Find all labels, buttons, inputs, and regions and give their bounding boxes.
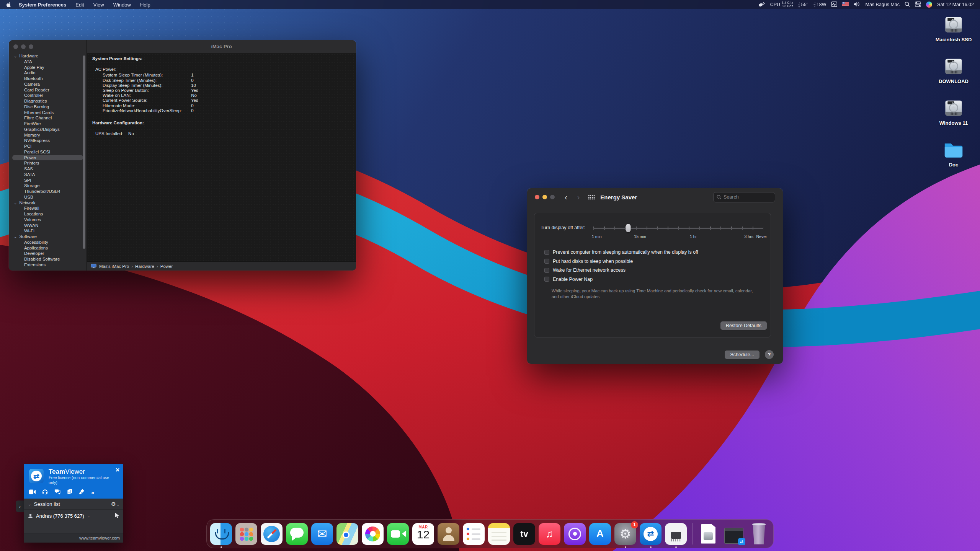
sidebar-category[interactable]: Firewall [9,205,87,211]
sidebar-category[interactable]: Thunderbolt/USB4 [9,189,87,194]
sidebar-category[interactable]: Disabled Software [9,256,87,262]
app-icon[interactable] [692,523,693,544]
checkbox[interactable] [544,259,549,264]
close-button[interactable] [535,195,539,199]
session-user-row[interactable]: Andres (776 375 627) ⌄ [24,510,123,522]
dock-messages[interactable] [286,523,308,545]
chat-icon[interactable] [54,489,60,496]
sidebar-category[interactable]: Ethernet Cards [9,110,87,116]
checkbox[interactable] [544,250,549,255]
sidebar-category[interactable]: Bluetooth [9,76,87,82]
breadcrumb-part[interactable]: Mas's iMac Pro [99,264,129,269]
sidebar-category[interactable]: Hardware [9,53,87,59]
video-call-icon[interactable] [29,489,36,496]
desktop-icon[interactable]: Macintosh SSD [931,15,976,42]
siri-icon[interactable] [926,2,932,8]
session-list-row[interactable]: ⌄ Session list ⚙⌄ [24,499,123,510]
sidebar-category[interactable]: Software [9,234,87,240]
app-icon[interactable] [488,523,510,545]
schedule-button[interactable]: Schedule... [725,350,760,359]
energy-option-row[interactable]: Prevent computer from sleeping automatic… [544,249,698,255]
sidebar-category[interactable]: WWAN [9,223,87,228]
app-icon[interactable] [336,523,358,545]
sidebar-category[interactable]: Volumes [9,217,87,223]
energy-option-row[interactable]: Put hard disks to sleep when possible [544,259,698,264]
app-icon[interactable] [235,523,257,545]
dock-reminders[interactable] [463,523,485,545]
app-icon[interactable] [210,523,232,545]
slider-track[interactable] [593,227,763,230]
checkbox[interactable] [544,268,549,273]
gear-icon[interactable]: ⚙⌄ [111,501,119,507]
dock-mail[interactable] [311,523,333,545]
search-input[interactable] [724,194,766,200]
app-icon[interactable] [564,523,586,545]
sidebar-category[interactable]: Audio [9,70,87,76]
dock-teamviewer[interactable]: ⇄ [640,523,662,545]
checkbox[interactable] [544,277,549,282]
sidebar-category[interactable]: Developer [9,251,87,256]
control-center-icon[interactable] [915,1,921,8]
more-actions-icon[interactable]: » [91,490,94,495]
sidebar-category[interactable]: SAS [9,166,87,172]
desktop-icon[interactable]: Doc [931,140,976,168]
app-icon[interactable] [724,528,743,544]
breadcrumb-part[interactable]: Hardware [131,264,154,269]
display-off-slider[interactable] [593,223,763,233]
sidebar-category[interactable]: PCI [9,143,87,149]
app-icon[interactable] [286,523,308,545]
restore-defaults-button[interactable]: Restore Defaults [720,321,767,330]
teamviewer-collapse-tab[interactable]: › [16,500,24,512]
dock-facetime[interactable] [387,523,409,545]
close-icon[interactable]: ✕ [115,467,120,473]
sidebar-category[interactable]: Controller [9,93,87,98]
teamviewer-website-link[interactable]: www.teamviewer.com [79,536,120,540]
sidebar-category[interactable]: Storage [9,183,87,189]
active-app-menu[interactable]: System Preferences [19,2,66,8]
dock-music[interactable]: ♫ [539,523,560,545]
app-icon[interactable] [665,523,687,545]
back-button[interactable]: ‹ [565,193,567,201]
cpu-monitor-widget[interactable]: CPU 3.4 Ghz 3.0 Ghz [770,1,793,8]
app-icon[interactable] [748,523,770,545]
whiteboard-brush-icon[interactable] [79,489,85,496]
app-icon[interactable] [438,523,459,545]
input-source-flag-icon[interactable] [842,2,849,7]
app-icon[interactable]: ♫ [539,523,560,545]
dock-podcasts[interactable] [564,523,586,545]
sidebar-category[interactable]: Memory [9,132,87,138]
sidebar-category[interactable]: NVMExpress [9,138,87,143]
dock-systemprefs[interactable]: ⚙ 1 [614,523,636,545]
dock-appstore[interactable]: A [589,523,611,545]
temperature-widget[interactable]: TEMP 55° [798,2,808,8]
dock-divider[interactable] [690,523,694,544]
apple-menu-icon[interactable] [6,2,11,8]
dock-diskimage[interactable] [697,523,719,545]
minimize-button[interactable] [21,44,26,49]
desktop-icon[interactable]: DOWNLOAD [931,56,976,84]
file-transfer-icon[interactable] [67,489,72,496]
sidebar-category[interactable]: Network [9,200,87,206]
sidebar-category[interactable]: Parallel SCSI [9,149,87,155]
forward-button[interactable]: › [577,193,580,201]
app-icon[interactable]: A [589,523,611,545]
device-name[interactable]: Mas Bagus Mac [865,2,900,7]
app-icon[interactable] [387,523,409,545]
energy-option-row[interactable]: Wake for Ethernet network access [544,267,698,273]
dock-maps[interactable] [336,523,358,545]
menu-item-edit[interactable]: Edit [75,2,84,8]
zoom-button[interactable] [550,195,555,199]
sidebar-category[interactable]: Apple Pay [9,65,87,70]
dock-contacts[interactable] [438,523,459,545]
headset-icon[interactable] [42,489,48,496]
app-icon[interactable] [362,523,384,545]
app-icon[interactable]: MAR 12 [412,523,434,545]
dock-minwindow[interactable] [723,524,745,544]
help-button[interactable]: ? [765,350,774,359]
sidebar-category[interactable]: Printers [9,160,87,166]
sidebar-category[interactable]: ATA [9,59,87,65]
sidebar-category[interactable]: Locations [9,211,87,217]
menu-bar-clock[interactable]: Sat 12 Mar 16.02 [937,2,974,7]
app-icon[interactable]: ⇄ [640,523,662,545]
breadcrumb-part[interactable]: Power [157,264,173,269]
